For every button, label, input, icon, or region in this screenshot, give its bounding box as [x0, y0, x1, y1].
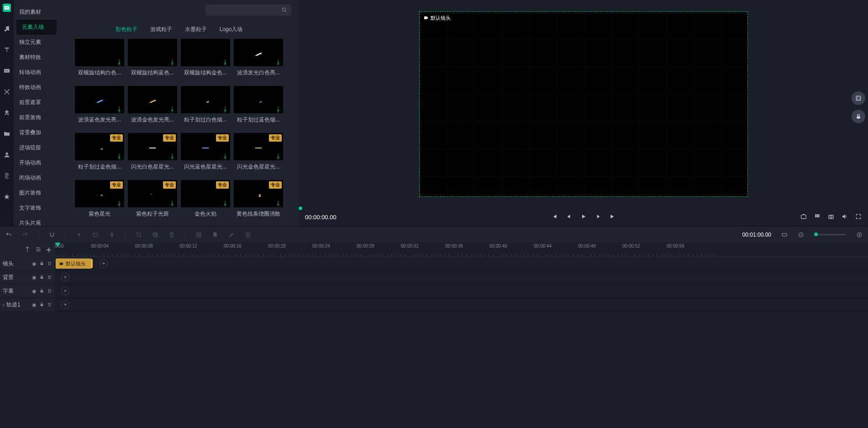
asset-thumbnail[interactable]: ⭳ — [75, 86, 124, 113]
keyframe-button[interactable] — [76, 232, 82, 238]
asset-item[interactable]: ⭳波浪发光白色亮... — [234, 39, 283, 77]
grid-icon[interactable] — [814, 213, 821, 221]
trash-icon[interactable] — [47, 275, 52, 280]
download-icon[interactable]: ⭳ — [275, 106, 281, 112]
layers-button[interactable] — [245, 232, 251, 238]
asset-tab[interactable]: 游戏粒子 — [150, 26, 172, 33]
mask-button[interactable] — [195, 232, 202, 238]
copy-button[interactable] — [152, 232, 158, 238]
safezone-tool[interactable] — [852, 91, 865, 105]
zoom-slider[interactable] — [814, 234, 846, 235]
visibility-icon[interactable]: ◉ — [32, 261, 37, 267]
category-item[interactable]: 开场动画 — [14, 155, 59, 170]
category-item[interactable]: 我的素材 — [14, 5, 59, 20]
rail-cc-icon[interactable]: CC — [3, 67, 11, 75]
asset-thumbnail[interactable]: ⭳ — [128, 39, 177, 66]
zoom-out-button[interactable] — [798, 232, 804, 238]
crop-button[interactable] — [136, 232, 142, 238]
preview-canvas[interactable]: 默认镜头 — [419, 11, 748, 197]
asset-tab[interactable]: 彩色粒子 — [116, 26, 137, 33]
download-icon[interactable]: ⭳ — [116, 200, 122, 206]
asset-thumbnail[interactable]: ⭳ — [234, 39, 283, 66]
download-icon[interactable]: ⭳ — [169, 153, 175, 159]
category-item[interactable]: 素材特效 — [14, 50, 59, 65]
trash-icon[interactable] — [47, 288, 52, 294]
asset-item[interactable]: 专业⭳金色火焰 — [181, 180, 230, 218]
asset-item[interactable]: 专业⭳闪光蓝色星星光... — [181, 133, 230, 171]
category-item[interactable]: 图片装饰 — [14, 185, 59, 201]
asset-thumbnail[interactable]: 专业⭳ — [128, 133, 177, 160]
edit-button[interactable] — [228, 232, 235, 238]
asset-item[interactable]: ⭳波浪金色发光亮... — [128, 86, 177, 124]
download-icon[interactable]: ⭳ — [275, 200, 281, 206]
asset-thumbnail[interactable]: 专业⭳ — [234, 180, 283, 207]
download-icon[interactable]: ⭳ — [169, 58, 175, 65]
download-icon[interactable]: ⭳ — [169, 106, 175, 112]
download-icon[interactable]: ⭳ — [275, 153, 281, 159]
rail-star-icon[interactable] — [3, 193, 11, 201]
asset-item[interactable]: ⭳双螺旋结构白色... — [75, 39, 124, 77]
visibility-icon[interactable]: ◉ — [32, 302, 37, 308]
volume-icon[interactable] — [842, 213, 848, 221]
rail-text-icon[interactable] — [3, 46, 11, 54]
fullscreen-icon[interactable] — [855, 213, 862, 221]
asset-thumbnail[interactable]: 专业⭳ — [128, 180, 177, 207]
visibility-icon[interactable]: ◉ — [32, 275, 37, 280]
chevron-right-icon[interactable]: › — [3, 302, 5, 308]
rail-pattern-icon[interactable] — [3, 88, 11, 96]
asset-thumbnail[interactable]: ⭳ — [234, 86, 283, 113]
rail-folder-icon[interactable] — [3, 130, 11, 138]
download-icon[interactable]: ⭳ — [116, 153, 122, 159]
asset-thumbnail[interactable]: 专业⭳ — [75, 133, 124, 160]
asset-item[interactable]: 专业⭳粒子划过金色烟... — [75, 133, 124, 171]
rail-person-icon[interactable] — [3, 151, 11, 159]
scrubber[interactable] — [299, 208, 868, 209]
asset-thumbnail[interactable]: 专业⭳ — [234, 133, 283, 160]
prev-clip-button[interactable] — [551, 213, 558, 221]
track-content[interactable]: + — [55, 298, 868, 312]
next-clip-button[interactable] — [610, 213, 616, 221]
category-item[interactable]: 背景叠加 — [14, 125, 59, 140]
asset-thumbnail[interactable]: ⭳ — [128, 86, 177, 113]
fit-timeline-button[interactable] — [781, 232, 788, 238]
download-icon[interactable]: ⭳ — [116, 106, 122, 112]
add-clip-button[interactable]: + — [61, 301, 69, 309]
asset-item[interactable]: ⭳双螺旋结构金色... — [181, 39, 230, 77]
zoom-in-button[interactable] — [856, 232, 863, 238]
asset-item[interactable]: 专业⭳闪光金色星星光... — [234, 133, 283, 171]
asset-item[interactable]: ⭳粒子划过蓝色烟... — [234, 86, 283, 124]
camera-icon[interactable] — [828, 213, 834, 221]
lock-icon[interactable] — [39, 288, 44, 294]
delete-button[interactable] — [168, 232, 175, 238]
download-icon[interactable]: ⭳ — [275, 58, 281, 65]
asset-item[interactable]: ⭳双螺旋结构蓝色... — [128, 39, 177, 77]
asset-item[interactable]: ⭳粒子划过白色烟... — [181, 86, 230, 124]
track-content[interactable]: 默认镜头+ — [55, 257, 868, 270]
category-item[interactable]: 特效动画 — [14, 80, 59, 95]
fit-button[interactable] — [92, 232, 99, 238]
add-clip-button[interactable]: + — [61, 287, 69, 295]
track-settings-icon[interactable] — [35, 246, 42, 254]
screenshot-icon[interactable] — [800, 213, 807, 221]
asset-item[interactable]: 专业⭳紫色星光 — [75, 180, 124, 218]
category-item[interactable]: 闭场动画 — [14, 170, 59, 185]
asset-item[interactable]: 专业⭳黄色线条绕圈消散 — [234, 180, 283, 218]
playhead-marker-icon[interactable] — [24, 246, 31, 254]
download-icon[interactable]: ⭳ — [222, 153, 228, 159]
lock-tool[interactable] — [852, 110, 865, 123]
add-clip-button[interactable]: + — [61, 273, 69, 281]
category-item[interactable]: 转场动画 — [14, 65, 59, 80]
lock-icon[interactable] — [39, 302, 44, 308]
asset-tab[interactable]: Logo入场 — [220, 26, 243, 33]
lock-icon[interactable] — [39, 275, 44, 280]
time-ruler[interactable]: 0:0000:00:0400:00:0800:00:1200:00:1600:0… — [55, 243, 868, 257]
next-frame-button[interactable] — [595, 213, 601, 221]
trash-icon[interactable] — [47, 302, 52, 308]
play-button[interactable] — [580, 213, 587, 221]
search-input[interactable] — [205, 5, 291, 16]
asset-thumbnail[interactable]: ⭳ — [181, 39, 230, 66]
add-clip-button[interactable]: + — [100, 259, 108, 268]
asset-thumbnail[interactable]: 专业⭳ — [181, 133, 230, 160]
category-item[interactable]: 文字装饰 — [14, 201, 59, 216]
asset-item[interactable]: 专业⭳闪光白色星星光... — [128, 133, 177, 171]
